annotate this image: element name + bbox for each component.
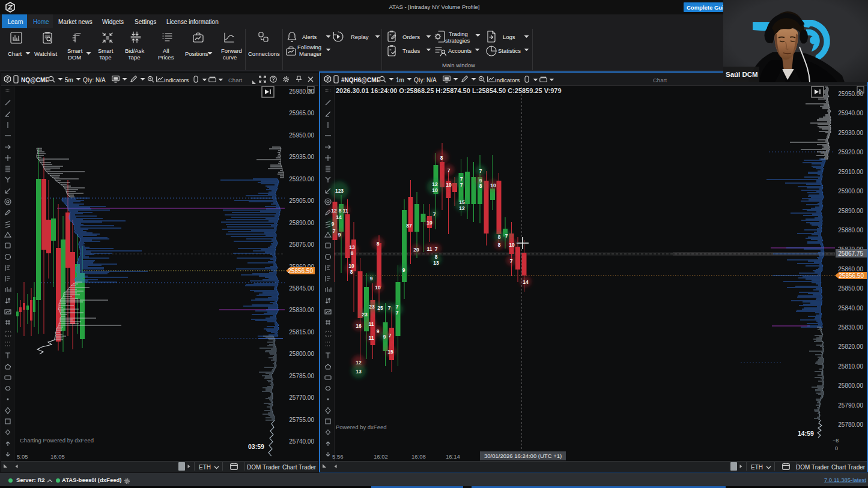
svg-text:2026.30.01 16:24:00 O:25868.25: 2026.30.01 16:24:00 O:25868.25 H:25874.5…	[336, 87, 562, 94]
svg-text:11: 11	[343, 208, 348, 214]
svg-text:10: 10	[490, 182, 496, 188]
svg-text:25965.00: 25965.00	[289, 110, 314, 116]
svg-text:25875.00: 25875.00	[289, 241, 314, 248]
svg-text:7: 7	[396, 310, 399, 316]
svg-text:25815.00: 25815.00	[289, 329, 314, 336]
svg-text:8: 8	[498, 242, 501, 248]
svg-text:10: 10	[375, 285, 381, 291]
svg-text:5:05: 5:05	[17, 453, 28, 460]
svg-text:12: 12	[459, 205, 465, 211]
svg-text:−8: −8	[833, 438, 839, 444]
svg-text:10: 10	[446, 182, 452, 188]
svg-text:8: 8	[498, 234, 501, 240]
svg-text:13: 13	[349, 244, 355, 250]
svg-text:25800.00: 25800.00	[838, 382, 863, 389]
svg-text:25880.00: 25880.00	[838, 227, 863, 233]
svg-text:7: 7	[389, 333, 392, 339]
svg-text:25770.00: 25770.00	[289, 394, 314, 401]
svg-text:25950.00: 25950.00	[289, 132, 314, 139]
svg-text:8: 8	[350, 269, 353, 275]
svg-text:7: 7	[396, 304, 399, 310]
svg-text:7: 7	[448, 167, 451, 173]
svg-text:13: 13	[433, 260, 439, 266]
svg-text:9: 9	[402, 267, 405, 273]
svg-text:25856.50: 25856.50	[839, 273, 864, 279]
svg-text:25810.00: 25810.00	[838, 363, 863, 370]
svg-text:7: 7	[510, 258, 513, 264]
svg-text:25905.00: 25905.00	[289, 197, 314, 204]
svg-text:12: 12	[432, 181, 438, 187]
svg-text:8: 8	[435, 254, 438, 260]
svg-text:5:56: 5:56	[332, 453, 344, 460]
svg-text:25830.00: 25830.00	[289, 307, 314, 313]
svg-text:23: 23	[369, 304, 375, 310]
svg-text:7: 7	[333, 228, 336, 234]
svg-text:25867.75: 25867.75	[838, 250, 863, 257]
svg-text:8: 8	[351, 250, 354, 256]
svg-text:16:14: 16:14	[446, 453, 460, 460]
svg-text:7: 7	[433, 211, 436, 217]
svg-text:25910.00: 25910.00	[838, 169, 863, 175]
svg-text:F: F	[859, 88, 862, 93]
svg-text:25920.00: 25920.00	[289, 176, 314, 182]
svg-text:25740.00: 25740.00	[289, 438, 314, 445]
svg-text:25930.00: 25930.00	[838, 130, 863, 136]
svg-text:25935.00: 25935.00	[289, 154, 314, 160]
svg-text:25785.00: 25785.00	[289, 373, 314, 379]
svg-text:Powered by dxFeed: Powered by dxFeed	[336, 424, 387, 430]
svg-text:9: 9	[338, 232, 341, 238]
svg-text:25840.00: 25840.00	[838, 305, 863, 312]
svg-text:87: 87	[406, 223, 412, 229]
svg-text:14: 14	[336, 214, 342, 220]
svg-text:25900.00: 25900.00	[838, 188, 863, 194]
svg-text:25800.00: 25800.00	[289, 351, 314, 357]
svg-text:25860.00: 25860.00	[838, 266, 863, 273]
svg-text:14: 14	[523, 279, 529, 285]
svg-text:15: 15	[387, 349, 393, 355]
svg-text:25850.00: 25850.00	[838, 285, 863, 292]
svg-text:25755.00: 25755.00	[289, 417, 314, 423]
svg-text:16:05: 16:05	[50, 453, 65, 460]
svg-text:25: 25	[377, 305, 383, 311]
svg-text:7: 7	[505, 233, 508, 239]
svg-text:14:59: 14:59	[798, 430, 814, 437]
svg-text:10: 10	[348, 263, 354, 269]
svg-text:9: 9	[377, 328, 380, 334]
svg-text:25940.00: 25940.00	[838, 110, 863, 116]
svg-text:10: 10	[426, 220, 432, 226]
svg-text:8: 8	[377, 241, 380, 247]
svg-text:25856.50: 25856.50	[288, 268, 313, 274]
svg-text:20: 20	[413, 247, 419, 253]
svg-text:15: 15	[459, 199, 465, 205]
svg-text:25790.00: 25790.00	[838, 402, 863, 409]
svg-text:25830.00: 25830.00	[838, 324, 863, 331]
svg-text:30/01/2026 16:24:00 (UTC +1): 30/01/2026 16:24:00 (UTC +1)	[484, 453, 562, 459]
svg-text:03:59: 03:59	[248, 443, 264, 450]
svg-text:25890.00: 25890.00	[838, 208, 863, 214]
svg-text:25920.00: 25920.00	[838, 149, 863, 155]
svg-text:16:02: 16:02	[374, 453, 388, 460]
svg-text:Charting Powered by dxFeed: Charting Powered by dxFeed	[20, 437, 94, 444]
svg-text:7: 7	[460, 176, 463, 182]
svg-text:25890.00: 25890.00	[289, 220, 314, 226]
svg-text:123: 123	[335, 188, 344, 194]
svg-text:23: 23	[362, 312, 368, 318]
svg-text:7: 7	[479, 168, 482, 174]
svg-text:16: 16	[356, 323, 362, 329]
svg-text:9: 9	[383, 334, 386, 340]
svg-text:10: 10	[432, 187, 438, 193]
svg-text:13: 13	[356, 369, 362, 375]
svg-text:Saúl DCM: Saúl DCM	[726, 71, 758, 78]
svg-text:11: 11	[369, 321, 374, 327]
svg-text:9: 9	[332, 221, 335, 227]
svg-text:25820.00: 25820.00	[838, 343, 863, 350]
svg-text:0: 0	[835, 445, 838, 451]
svg-text:11: 11	[369, 335, 374, 341]
svg-text:25780.00: 25780.00	[838, 421, 863, 428]
svg-text:8: 8	[479, 183, 482, 189]
svg-text:7: 7	[435, 246, 438, 252]
svg-text:7: 7	[460, 182, 463, 188]
svg-text:8: 8	[440, 155, 443, 161]
svg-text:16:08: 16:08	[411, 453, 426, 460]
svg-text:10: 10	[509, 242, 515, 248]
